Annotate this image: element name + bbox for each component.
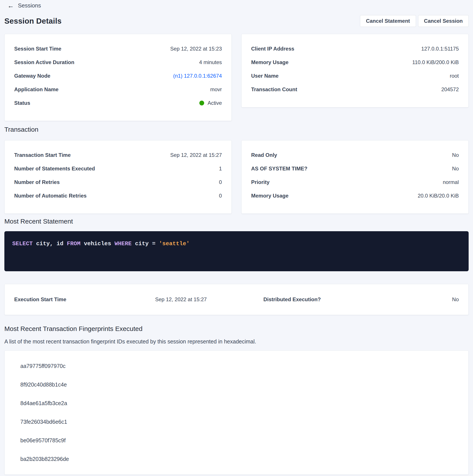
- distributed-execution-value: No: [348, 296, 459, 303]
- sql-text: city =: [131, 240, 159, 247]
- session-summary: Session Start Time Sep 12, 2022 at 15:23…: [4, 34, 469, 121]
- user-name-row: User Name root: [251, 69, 459, 83]
- statements-executed-label: Number of Statements Executed: [14, 166, 95, 172]
- session-start-time-label: Session Start Time: [14, 46, 61, 52]
- fingerprint-list-item: 8d4ae61a5fb3ce2a: [5, 394, 468, 413]
- txn-memory-usage-label: Memory Usage: [251, 193, 289, 199]
- fingerprint-list-item: be06e9570f785c9f: [5, 431, 468, 450]
- distributed-execution-label: Distributed Execution?: [236, 296, 348, 303]
- as-of-system-time-label: AS OF SYSTEM TIME?: [251, 166, 307, 172]
- execution-start-time-label: Execution Start Time: [14, 296, 126, 303]
- execution-start-time-value: Sep 12, 2022 at 15:27: [126, 296, 237, 303]
- user-name-label: User Name: [251, 73, 278, 79]
- session-active-duration-label: Session Active Duration: [14, 59, 74, 65]
- sql-keyword: FROM: [67, 240, 81, 247]
- status-badge: Active: [199, 100, 222, 106]
- sql-text: city, id: [33, 240, 67, 247]
- fingerprint-list-item: 73fe26034bd6e6c1: [5, 413, 468, 431]
- gateway-node-label: Gateway Node: [14, 73, 50, 79]
- client-ip-label: Client IP Address: [251, 46, 294, 52]
- transaction-section-heading: Transaction: [4, 125, 469, 134]
- cancel-statement-button[interactable]: Cancel Statement: [360, 15, 416, 27]
- fingerprint-list-item: 8f920c40d88b1c4e: [5, 375, 468, 394]
- client-ip-value: 127.0.0.1:51175: [421, 46, 459, 52]
- user-name-value: root: [450, 73, 459, 79]
- session-start-time-value: Sep 12, 2022 at 15:23: [170, 46, 222, 52]
- priority-label: Priority: [251, 179, 270, 185]
- as-of-system-time-value: No: [452, 166, 459, 172]
- statements-executed-row: Number of Statements Executed 1: [14, 162, 222, 175]
- client-ip-row: Client IP Address 127.0.0.1:51175: [251, 42, 459, 56]
- active-status-dot-icon: [199, 101, 204, 105]
- transaction-count-label: Transaction Count: [251, 86, 297, 93]
- status-value: Active: [208, 100, 222, 106]
- transaction-start-time-label: Transaction Start Time: [14, 152, 71, 158]
- breadcrumb-label: Sessions: [18, 2, 41, 9]
- session-start-time-row: Session Start Time Sep 12, 2022 at 15:23: [14, 42, 222, 56]
- status-label: Status: [14, 100, 30, 106]
- automatic-retries-row: Number of Automatic Retries 0: [14, 189, 222, 203]
- execution-summary-card: Execution Start Time Sep 12, 2022 at 15:…: [4, 284, 469, 315]
- transaction-start-time-value: Sep 12, 2022 at 15:27: [170, 152, 222, 158]
- session-active-duration-value: 4 minutes: [199, 59, 222, 65]
- retries-value: 0: [219, 179, 222, 185]
- transaction-summary: Transaction Start Time Sep 12, 2022 at 1…: [4, 140, 469, 214]
- sql-text: vehicles: [81, 240, 114, 247]
- page-title: Session Details: [4, 17, 62, 25]
- transaction-count-row: Transaction Count 204572: [251, 83, 459, 96]
- transaction-count-value: 204572: [441, 86, 459, 93]
- read-only-value: No: [452, 152, 459, 158]
- fingerprints-section-heading: Most Recent Transaction Fingerprints Exe…: [4, 325, 469, 333]
- txn-memory-usage-row: Memory Usage 20.0 KiB/20.0 KiB: [251, 189, 459, 203]
- memory-usage-value: 110.0 KiB/200.0 KiB: [412, 59, 459, 65]
- transaction-start-time-row: Transaction Start Time Sep 12, 2022 at 1…: [14, 148, 222, 162]
- breadcrumb[interactable]: ← Sessions: [4, 1, 44, 10]
- retries-label: Number of Retries: [14, 179, 60, 185]
- retries-row: Number of Retries 0: [14, 175, 222, 189]
- memory-usage-label: Memory Usage: [251, 59, 289, 65]
- arrow-left-icon: ←: [7, 2, 14, 9]
- statements-executed-value: 1: [219, 166, 222, 172]
- statement-section-heading: Most Recent Statement: [4, 217, 469, 225]
- header-actions: Cancel Statement Cancel Session: [360, 15, 469, 27]
- fingerprints-card: aa79775ff097970c 8f920c40d88b1c4e 8d4ae6…: [4, 350, 469, 475]
- automatic-retries-value: 0: [219, 193, 222, 199]
- sql-keyword: SELECT: [12, 240, 33, 247]
- fingerprint-list-item: ba2b203b823296de: [5, 450, 468, 468]
- read-only-row: Read Only No: [251, 148, 459, 162]
- memory-usage-row: Memory Usage 110.0 KiB/200.0 KiB: [251, 56, 459, 69]
- priority-value: normal: [443, 179, 459, 185]
- session-active-duration-row: Session Active Duration 4 minutes: [14, 56, 222, 69]
- sql-keyword: WHERE: [114, 240, 131, 247]
- read-only-label: Read Only: [251, 152, 277, 158]
- fingerprints-description: A list of the most recent transaction fi…: [4, 338, 469, 345]
- status-row: Status Active: [14, 96, 222, 110]
- sql-statement-box: SELECT city, id FROM vehicles WHERE city…: [4, 231, 469, 271]
- automatic-retries-label: Number of Automatic Retries: [14, 193, 87, 199]
- application-name-label: Application Name: [14, 86, 59, 93]
- fingerprint-list-item: aa79775ff097970c: [5, 357, 468, 375]
- session-card-left: Session Start Time Sep 12, 2022 at 15:23…: [4, 34, 232, 121]
- application-name-row: Application Name movr: [14, 83, 222, 96]
- transaction-card-right: Read Only No AS OF SYSTEM TIME? No Prior…: [241, 140, 469, 214]
- cancel-session-button[interactable]: Cancel Session: [418, 15, 469, 27]
- session-details-page: ← Sessions Session Details Cancel Statem…: [0, 0, 473, 475]
- application-name-value: movr: [210, 86, 222, 93]
- transaction-card-left: Transaction Start Time Sep 12, 2022 at 1…: [4, 140, 232, 214]
- session-card-right: Client IP Address 127.0.0.1:51175 Memory…: [241, 34, 469, 107]
- priority-row: Priority normal: [251, 175, 459, 189]
- sql-string-literal: 'seattle': [159, 240, 190, 247]
- txn-memory-usage-value: 20.0 KiB/20.0 KiB: [418, 193, 459, 199]
- gateway-node-row: Gateway Node (n1) 127.0.0.1:62674: [14, 69, 222, 83]
- page-header: Session Details Cancel Statement Cancel …: [4, 15, 469, 27]
- as-of-system-time-row: AS OF SYSTEM TIME? No: [251, 162, 459, 175]
- gateway-node-link[interactable]: (n1) 127.0.0.1:62674: [173, 73, 222, 79]
